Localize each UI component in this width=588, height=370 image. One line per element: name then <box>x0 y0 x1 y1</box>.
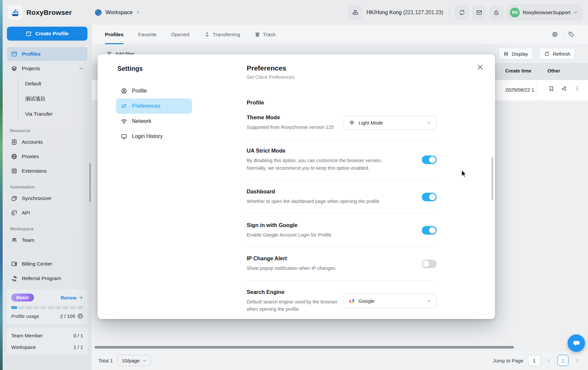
settings-title: Settings <box>117 65 143 72</box>
info-icon[interactable]: i <box>77 313 83 319</box>
display-button[interactable]: Display <box>498 48 533 60</box>
usage-progress-bar <box>11 306 83 309</box>
tab-favorite[interactable]: Favorite <box>138 25 157 44</box>
sidebar-item-billing-center[interactable]: Billing Center <box>7 257 87 271</box>
next-page-icon[interactable] <box>573 358 581 363</box>
chevron-right-icon <box>136 10 140 14</box>
app-title: RoxyBrowser <box>26 9 72 16</box>
column-create-time[interactable]: Create time <box>505 68 531 73</box>
divider <box>563 31 563 38</box>
more-actions-icon[interactable] <box>574 85 580 92</box>
google-icon <box>349 298 355 304</box>
layers-icon <box>11 65 17 72</box>
team-member-label: Team Member <box>11 333 43 338</box>
theme-mode-value: Light Mode <box>358 120 383 126</box>
close-icon[interactable] <box>477 64 484 71</box>
preferences-panel: Preferences Set Client Preferences Profi… <box>247 64 437 321</box>
setting-row-theme-mode: Theme Mode Supported from Roxychrome ver… <box>247 106 437 139</box>
sidebar-item-profiles[interactable]: Profiles <box>7 47 87 61</box>
search-engine-value: Google <box>358 298 374 304</box>
new-window-icon <box>26 31 32 37</box>
project-item-test[interactable]: 测试项目 <box>18 91 92 106</box>
support-chat-button[interactable] <box>568 334 585 352</box>
bookmark-icon[interactable] <box>548 85 555 92</box>
team-icon <box>11 237 17 243</box>
network-device-icon[interactable] <box>349 6 362 19</box>
wallet-icon <box>11 261 17 267</box>
tag-icon[interactable] <box>568 31 575 38</box>
account-menu[interactable]: RO RoxybrowserSupport <box>507 5 582 20</box>
id-badge-icon <box>11 139 17 145</box>
total-count: Total 1 <box>98 358 113 363</box>
lock-button[interactable] <box>490 6 503 19</box>
settings-nav-profile[interactable]: Profile <box>116 83 192 99</box>
create-profile-button[interactable]: Create Profile <box>7 27 87 41</box>
setting-row-dashboard: Dashboard Whether to open the dashboard … <box>247 180 437 213</box>
sidebar-item-api[interactable]: API <box>7 206 87 220</box>
profile-section-title: Profile <box>247 100 437 106</box>
workspace-switcher[interactable]: Workspace <box>94 9 140 16</box>
per-page-select[interactable]: 10/page <box>117 355 151 366</box>
roxybrowser-logo-icon <box>8 5 22 20</box>
sidebar-item-referral-program[interactable]: Referral Program <box>7 271 87 285</box>
tab-profiles[interactable]: Profiles <box>105 25 124 44</box>
preferences-subtitle: Set Client Preferences <box>247 74 437 80</box>
theme-mode-select[interactable]: Light Mode <box>344 116 437 130</box>
referral-icon <box>11 275 17 282</box>
collapse-icon[interactable] <box>79 66 83 71</box>
modal-scrollbar[interactable] <box>491 157 493 200</box>
plan-badge: Basic <box>11 294 34 301</box>
sidebar-item-projects[interactable]: Projects <box>7 62 87 75</box>
tab-opened[interactable]: Opened <box>171 25 189 44</box>
refresh-icon <box>544 51 550 57</box>
setting-row-sign-in-with-google: Sign in with Google Enable Google Accoun… <box>247 214 437 247</box>
horizontal-scrollbar[interactable] <box>95 346 514 349</box>
trash-icon <box>255 32 260 37</box>
chevron-down-icon <box>427 299 431 303</box>
project-item-via-transfer[interactable]: Via Transfer <box>18 106 92 122</box>
ip-change-alert-toggle[interactable] <box>422 260 437 268</box>
table-settings-gear-icon[interactable] <box>551 31 558 38</box>
setting-title: UA Strict Mode <box>247 148 402 154</box>
settings-nav-login-history[interactable]: Login History <box>116 129 192 144</box>
section-workspace: Workspace <box>10 226 92 231</box>
tab-transferring[interactable]: Transferring <box>204 25 240 44</box>
globe-outline-icon <box>11 153 17 160</box>
user-circle-icon <box>121 88 127 94</box>
usage-label: Profile usage <box>11 314 39 319</box>
transfer-profile-icon[interactable] <box>561 85 568 92</box>
sign-in-with-google-toggle[interactable] <box>422 226 437 235</box>
sidebar-item-accounts[interactable]: Accounts <box>7 135 87 149</box>
usage-value: 2 / 105 <box>60 313 75 319</box>
tab-bar: Profiles Favorite Opened Transferring Tr… <box>92 25 588 44</box>
sidebar-scrollbar[interactable] <box>89 163 91 202</box>
sidebar-item-team[interactable]: Team <box>7 233 87 247</box>
sidebar-item-proxies[interactable]: Proxies <box>7 150 87 163</box>
quota-card: Team Member 0 / 1 Workspace 1 / 1 <box>7 328 88 355</box>
dashboard-toggle[interactable] <box>422 193 437 201</box>
transfer-user-icon <box>204 31 210 38</box>
prev-page-icon[interactable] <box>545 358 553 363</box>
tab-trash[interactable]: Trash <box>255 25 276 44</box>
pagination-bar: Total 1 10/page Jump to Page 1 1 <box>92 351 588 370</box>
sidebar-item-extensions[interactable]: Extensions <box>7 164 87 178</box>
ua-strict-mode-toggle[interactable] <box>422 156 437 164</box>
settings-nav-network[interactable]: Network <box>116 114 192 129</box>
sidebar-item-synchronizer[interactable]: Synchronizer <box>7 191 87 205</box>
page-1-button[interactable]: 1 <box>557 355 569 366</box>
row-create-time: 2025/06/22 1 <box>505 87 536 93</box>
section-resource: Resource <box>10 128 92 133</box>
settings-nav-preferences[interactable]: Preferences <box>116 99 192 114</box>
mail-button[interactable] <box>473 6 486 19</box>
renew-link[interactable]: Renew <box>61 295 83 300</box>
desktop-edge-strip <box>0 0 3 370</box>
sync-button[interactable] <box>455 6 469 19</box>
chat-bubble-icon <box>572 339 581 348</box>
ip-address: (221.127.201.23) <box>403 10 443 15</box>
refresh-button[interactable]: Refresh <box>539 48 575 60</box>
search-engine-select[interactable]: Google <box>344 294 437 308</box>
project-item-default[interactable]: Default <box>18 76 92 91</box>
setting-desc: Show popup notification when IP changes <box>247 265 402 272</box>
jump-to-page-input[interactable]: 1 <box>528 355 541 366</box>
setting-title: IP Change Alert <box>247 255 402 262</box>
